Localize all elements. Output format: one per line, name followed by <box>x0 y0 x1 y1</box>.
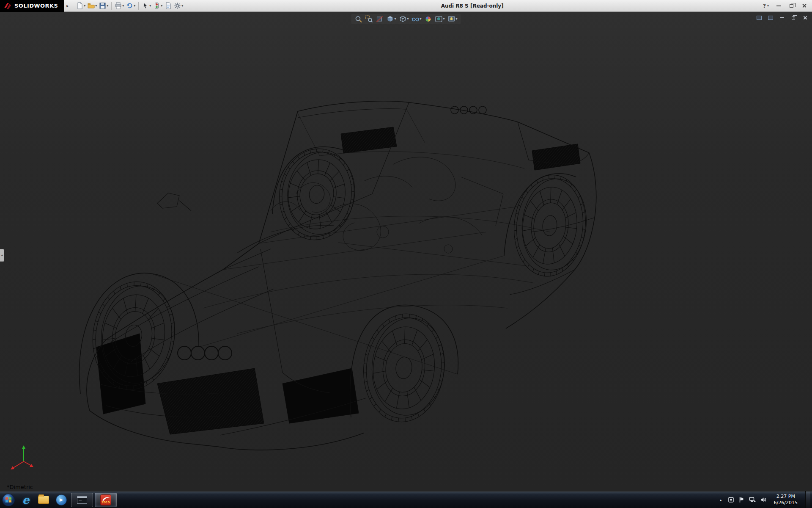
dropdown-caret[interactable]: ▾ <box>181 4 183 8</box>
solidworks-taskbar-button[interactable]: 2015 <box>95 493 117 507</box>
dropdown-caret[interactable]: ▾ <box>107 4 108 8</box>
help-button[interactable]: ? ▾ <box>760 3 771 9</box>
document-title: Audi R8 S [Read-only] <box>184 3 760 9</box>
volume-icon <box>760 497 766 503</box>
doc-minimize-icon <box>780 17 784 18</box>
dropdown-caret[interactable]: ▾ <box>95 4 97 8</box>
dropdown-caret[interactable]: ▾ <box>407 17 409 21</box>
menu-flyout-arrow[interactable]: ▸ <box>64 3 71 8</box>
view-orientation-button[interactable]: ▾ <box>385 15 397 23</box>
hide-show-items-button[interactable]: ▾ <box>411 15 422 23</box>
action-center-button[interactable] <box>738 497 745 503</box>
internet-explorer-button[interactable]: e <box>17 491 35 508</box>
featuremanager-expand-tab[interactable]: ◂ <box>0 249 4 262</box>
print-icon <box>115 2 122 9</box>
view-orientation-label: *Dimetric <box>7 484 33 490</box>
zoom-to-area-button[interactable] <box>364 15 373 23</box>
undo-icon <box>126 2 133 9</box>
display-style-button[interactable]: ▾ <box>398 15 409 23</box>
headsup-view-toolbar: ▾ ▾ ▾ <box>351 14 461 24</box>
select-icon <box>142 2 149 9</box>
network-icon <box>749 497 756 503</box>
media-player-icon: ▶ <box>56 494 67 505</box>
select-button[interactable]: ▾ <box>141 1 152 10</box>
pane-toggle-icon <box>757 16 762 20</box>
zoom-to-area-icon <box>365 15 373 23</box>
clock-date: 6/26/2015 <box>774 500 798 506</box>
system-tray: ▴ <box>718 491 812 508</box>
dropdown-caret[interactable]: ▾ <box>122 4 124 8</box>
view-settings-button[interactable]: ▾ <box>447 15 458 23</box>
dropdown-caret[interactable]: ▾ <box>394 17 396 21</box>
expand-arrow-icon: ◂ <box>1 254 3 257</box>
solidworks-logo: SOLIDWORKS <box>0 0 64 12</box>
solidworks-window: SOLIDWORKS ▸ ▾ ▾ ▾ <box>0 0 812 508</box>
doc-minimize-button[interactable] <box>778 14 786 21</box>
tray-app-button[interactable] <box>728 497 734 503</box>
command-prompt-taskbar-button[interactable] <box>71 493 93 507</box>
featuremanager-pane-toggle[interactable] <box>755 14 763 21</box>
graphics-viewport[interactable]: ▾ ▾ ▾ <box>0 12 812 491</box>
edit-appearance-button[interactable] <box>424 15 433 23</box>
doc-restore-button[interactable] <box>790 14 797 21</box>
display-style-icon <box>399 15 406 23</box>
apply-scene-button[interactable]: ▾ <box>434 15 446 23</box>
save-button[interactable]: ▾ <box>98 1 109 10</box>
clock-time: 2:27 PM <box>774 494 798 500</box>
solidworks-year-badge: 2015 <box>102 501 110 505</box>
titlebar-controls: ? ▾ <box>760 2 812 10</box>
zoom-to-fit-button[interactable] <box>354 15 363 23</box>
doc-close-icon <box>803 16 807 20</box>
minimize-icon <box>776 6 781 6</box>
show-desktop-button[interactable] <box>805 491 810 508</box>
toolbar-separator <box>111 2 112 10</box>
open-icon <box>88 2 95 9</box>
volume-button[interactable] <box>760 497 766 503</box>
start-button[interactable] <box>0 491 17 508</box>
undo-button[interactable]: ▾ <box>125 1 136 10</box>
dropdown-caret[interactable]: ▾ <box>420 17 421 21</box>
new-document-button[interactable]: ▾ <box>75 1 86 10</box>
view-orientation-icon <box>386 15 394 23</box>
folder-icon <box>38 496 49 504</box>
network-button[interactable] <box>749 497 756 503</box>
edit-appearance-icon <box>425 15 432 23</box>
options-button[interactable]: ▾ <box>173 1 184 10</box>
print-button[interactable]: ▾ <box>114 1 125 10</box>
section-view-icon <box>376 15 383 23</box>
titlebar: SOLIDWORKS ▸ ▾ ▾ ▾ <box>0 0 812 12</box>
dropdown-caret[interactable]: ▾ <box>84 4 85 8</box>
dropdown-caret[interactable]: ▾ <box>134 4 135 8</box>
dropdown-caret[interactable]: ▾ <box>456 17 458 21</box>
options-icon <box>174 2 181 9</box>
open-button[interactable]: ▾ <box>87 1 98 10</box>
dropdown-caret[interactable]: ▾ <box>443 17 445 21</box>
rebuild-button[interactable]: ▾ <box>152 1 163 10</box>
close-button[interactable] <box>798 2 809 10</box>
task-pane-toggle[interactable] <box>767 14 774 21</box>
section-view-button[interactable] <box>375 15 384 23</box>
solidworks-swoosh-icon <box>102 496 110 501</box>
minimize-button[interactable] <box>773 2 784 10</box>
solidworks-logo-icon <box>3 2 12 10</box>
help-label: ? <box>763 3 766 9</box>
doc-restore-icon <box>792 17 795 19</box>
show-hidden-icons-button[interactable]: ▴ <box>718 496 724 504</box>
model-wireframe <box>0 12 812 491</box>
doc-close-button[interactable] <box>801 14 809 21</box>
restore-button[interactable] <box>786 2 797 10</box>
taskbar-clock[interactable]: 2:27 PM 6/26/2015 <box>771 494 801 506</box>
dropdown-caret[interactable]: ▾ <box>149 4 151 8</box>
close-icon <box>802 3 807 8</box>
new-document-icon <box>76 2 83 9</box>
reference-triad <box>9 443 39 472</box>
rebuild-icon <box>153 2 160 9</box>
restore-icon <box>790 4 793 8</box>
brand-text: SOLIDWORKS <box>14 3 58 9</box>
file-properties-button[interactable] <box>164 1 173 10</box>
windows-explorer-button[interactable] <box>35 491 52 508</box>
taskbar: e ▶ 2015 ▴ <box>0 491 812 508</box>
media-player-button[interactable]: ▶ <box>52 491 70 508</box>
dropdown-caret[interactable]: ▾ <box>161 4 162 8</box>
toolbar-separator <box>138 2 139 10</box>
